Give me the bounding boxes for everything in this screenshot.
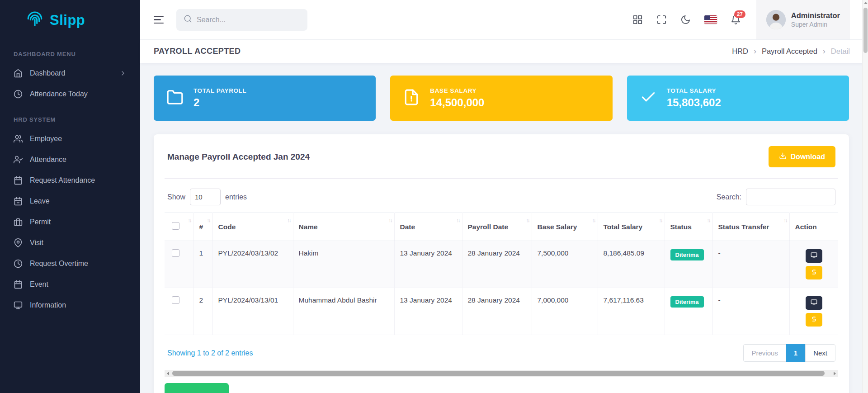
header-total-salary[interactable]: Total Salary xyxy=(598,213,665,241)
table-header-row: # Code Name Date Payroll Date Base Salar… xyxy=(165,213,838,241)
scroll-right-icon[interactable] xyxy=(831,370,838,377)
topbar: 27 Administrator Super Admin xyxy=(140,0,868,40)
table-row: 2 PYL/2024/03/13/01 Muhammad Abdul Bashi… xyxy=(165,288,838,335)
cell-code: PYL/2024/03/13/02 xyxy=(212,241,293,288)
pagination-next-button[interactable]: Next xyxy=(805,344,835,362)
salary-money-button[interactable] xyxy=(806,266,822,279)
sidebar-item-information[interactable]: Information xyxy=(0,295,140,316)
sidebar-section-dashboard-menu: DASHBOARD MENU xyxy=(0,39,140,63)
user-menu[interactable]: Administrator Super Admin xyxy=(756,0,850,39)
entries-select[interactable]: 10 xyxy=(190,189,221,205)
vertical-scrollbar-thumb[interactable] xyxy=(863,8,868,53)
download-button[interactable]: Download xyxy=(769,146,835,167)
horizontal-scrollbar[interactable] xyxy=(165,370,838,377)
clock-icon xyxy=(14,90,23,99)
user-name: Administrator xyxy=(791,11,840,20)
briefcase-icon xyxy=(14,218,23,227)
header-status[interactable]: Status xyxy=(665,213,712,241)
vertical-scrollbar[interactable] xyxy=(862,0,868,393)
stat-label: TOTAL SALARY xyxy=(667,87,721,94)
sidebar-item-label: Event xyxy=(30,280,48,289)
row-checkbox[interactable] xyxy=(172,296,179,304)
header-payroll-date[interactable]: Payroll Date xyxy=(462,213,532,241)
sidebar-section-hrd-system: HRD SYSTEM xyxy=(0,104,140,128)
folder-icon xyxy=(166,89,184,108)
cell-payroll-date: 28 January 2024 xyxy=(462,241,532,288)
users-icon xyxy=(14,134,23,143)
pagination-previous-button[interactable]: Previous xyxy=(743,344,786,362)
sidebar-item-label: Request Overtime xyxy=(30,260,88,268)
breadcrumb-detail: Detail xyxy=(831,47,850,56)
salary-money-button[interactable] xyxy=(806,313,822,327)
header-date[interactable]: Date xyxy=(394,213,462,241)
table-row: 1 PYL/2024/03/13/02 Hakim 13 January 202… xyxy=(165,241,838,288)
chevron-right-icon xyxy=(119,70,127,77)
monitor-icon xyxy=(811,299,817,307)
horizontal-scrollbar-thumb[interactable] xyxy=(172,371,825,376)
entries-label: entries xyxy=(225,193,247,201)
stat-label: TOTAL PAYROLL xyxy=(193,87,246,94)
app-logo[interactable]: Slipp xyxy=(0,0,140,39)
scroll-up-icon[interactable] xyxy=(864,2,868,4)
row-checkbox[interactable] xyxy=(172,249,179,257)
user-avatar xyxy=(766,10,786,29)
pagination-page-1-button[interactable]: 1 xyxy=(786,344,806,362)
breadcrumb-payroll-accepted[interactable]: Payroll Accepted xyxy=(762,47,817,56)
check-icon xyxy=(640,89,657,108)
stat-card-total-payroll: TOTAL PAYROLL 2 xyxy=(154,76,376,121)
sidebar-item-visit[interactable]: Visit xyxy=(0,232,140,253)
sidebar-item-permit[interactable]: Permit xyxy=(0,212,140,232)
language-flag-us-icon[interactable] xyxy=(704,15,717,24)
header-status-transfer[interactable]: Status Transfer xyxy=(712,213,789,241)
chevron-right-icon: › xyxy=(754,47,756,56)
cell-payroll-date: 28 January 2024 xyxy=(462,288,532,335)
sidebar-item-attendance[interactable]: Attendance xyxy=(0,149,140,170)
download-label: Download xyxy=(791,153,825,161)
header-num[interactable]: # xyxy=(193,213,212,241)
sidebar-item-attendance-today[interactable]: Attendance Today xyxy=(0,84,140,104)
view-detail-button[interactable] xyxy=(806,296,822,310)
sidebar: Slipp DASHBOARD MENU Dashboard Attendanc… xyxy=(0,0,140,393)
breadcrumb-hrd[interactable]: HRD xyxy=(732,47,748,56)
money-icon xyxy=(811,316,817,324)
cell-name: Muhammad Abdul Bashir xyxy=(293,288,394,335)
map-pin-icon xyxy=(14,238,23,247)
dark-mode-moon-icon[interactable] xyxy=(680,14,691,25)
sidebar-item-event[interactable]: Event xyxy=(0,274,140,295)
clock-icon xyxy=(14,259,23,268)
app-name: Slipp xyxy=(50,12,85,28)
cell-code: PYL/2024/03/13/01 xyxy=(212,288,293,335)
pagination: Previous 1 Next xyxy=(744,344,835,362)
sidebar-item-dashboard[interactable]: Dashboard xyxy=(0,63,140,84)
cell-date: 13 January 2024 xyxy=(394,288,462,335)
fingerprint-logo-icon xyxy=(25,10,44,31)
apps-grid-icon[interactable] xyxy=(632,14,643,25)
bottom-action-button[interactable] xyxy=(165,383,229,393)
scroll-left-icon[interactable] xyxy=(165,370,171,377)
sidebar-item-request-overtime[interactable]: Request Overtime xyxy=(0,253,140,274)
stat-value: 15,803,602 xyxy=(667,96,721,109)
sidebar-item-leave[interactable]: Leave xyxy=(0,191,140,212)
sidebar-item-request-attendance[interactable]: Request Attendance xyxy=(0,170,140,191)
stat-label: BASE SALARY xyxy=(430,87,484,94)
global-search-input[interactable] xyxy=(197,16,300,24)
view-detail-button[interactable] xyxy=(806,249,822,263)
info-icon xyxy=(14,301,23,310)
calendar-minus-icon xyxy=(14,197,23,206)
header-base-salary[interactable]: Base Salary xyxy=(532,213,598,241)
chevron-right-icon: › xyxy=(823,47,826,56)
header-name[interactable]: Name xyxy=(293,213,394,241)
select-all-checkbox[interactable] xyxy=(172,222,179,230)
header-select-all[interactable] xyxy=(165,213,193,241)
sidebar-item-label: Attendance Today xyxy=(30,90,88,98)
table-search-input[interactable] xyxy=(746,189,835,205)
page-title: PAYROLL ACCEPTED xyxy=(154,47,241,56)
menu-toggle-icon[interactable] xyxy=(154,16,165,24)
fullscreen-icon[interactable] xyxy=(656,14,667,25)
header-code[interactable]: Code xyxy=(212,213,293,241)
notifications-bell-icon[interactable]: 27 xyxy=(731,14,741,25)
monitor-icon xyxy=(811,252,817,260)
sidebar-item-label: Request Attendance xyxy=(30,176,95,185)
sidebar-item-employee[interactable]: Employee xyxy=(0,128,140,149)
header-action: Action xyxy=(789,213,838,241)
